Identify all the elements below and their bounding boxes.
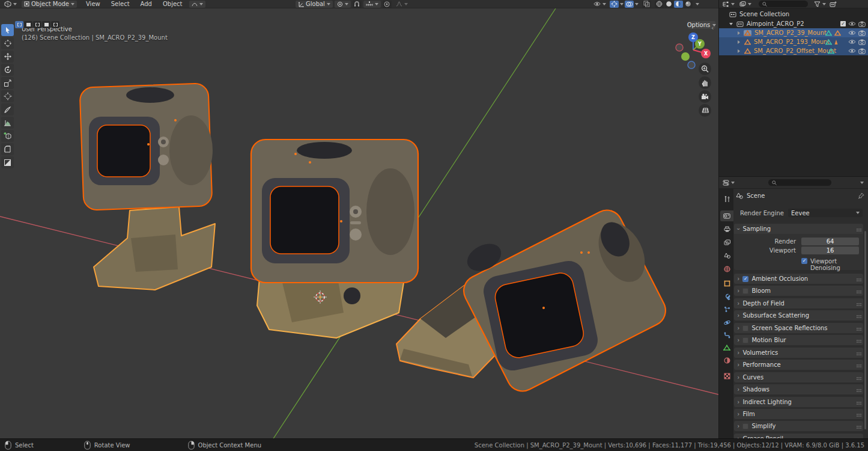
camera-view-button[interactable] [699,90,711,103]
snap-toggle-button[interactable] [353,1,362,8]
menu-add[interactable]: Add [135,1,157,7]
panel-drag-grip[interactable] [857,303,858,304]
select-mode-set-button[interactable] [15,21,23,28]
pan-view-button[interactable] [699,76,711,89]
outliner-row-collection[interactable]: Aimpoint_ACRO_P2 ✓ [719,19,868,28]
tab-material[interactable] [720,355,733,366]
properties-scrollbar[interactable] [864,231,866,429]
disclosure-closed-icon[interactable] [738,40,740,44]
panel-drag-grip[interactable] [857,426,858,427]
move-tool-button[interactable] [1,51,14,63]
properties-editor-type-button[interactable] [720,179,737,186]
bloom-checkbox[interactable] [742,288,748,294]
chevron-down-icon[interactable] [635,3,639,5]
disclosure-closed-icon[interactable] [738,49,740,53]
tab-particles[interactable] [720,304,733,314]
panel-drag-grip[interactable] [857,229,858,230]
outliner-row-object-2[interactable]: SM_ACRO_P2_193_Mount [719,37,868,46]
camera-icon[interactable] [858,39,866,45]
xray-toggle[interactable] [642,1,651,8]
select-box-tool-button[interactable] [1,24,14,36]
simplify-checkbox[interactable] [742,423,748,429]
sampling-render-value-field[interactable]: 64 [801,238,859,245]
sidebar-collapse-arrow[interactable]: ‹ [711,24,714,32]
viewport-denoising-checkbox[interactable]: ✓ [801,258,807,264]
panel-grease-pencil[interactable]: ›Grease Pencil [734,434,863,438]
camera-icon[interactable] [858,48,866,54]
mode-dropdown[interactable]: Object Mode [22,1,77,8]
tab-tool[interactable] [720,194,733,204]
panel-drag-grip[interactable] [857,290,858,292]
show-overlays-toggle[interactable] [625,1,634,8]
eye-icon[interactable] [848,21,856,26]
chevron-down-icon[interactable] [620,3,624,5]
panel-drag-grip[interactable] [857,402,858,403]
panel-drag-grip[interactable] [857,414,858,415]
add-cube-tool-button[interactable] [1,130,14,142]
panel-subsurface-scattering[interactable]: ›Subsurface Scattering [734,310,863,321]
tab-texture[interactable] [720,370,733,381]
eye-icon[interactable] [848,39,856,44]
panel-drag-grip[interactable] [857,340,858,341]
panel-performance[interactable]: ›Performance [734,360,863,370]
panel-curves[interactable]: ›Curves [734,372,863,382]
chevron-down-icon[interactable] [860,182,864,184]
outliner-filter-dropdown[interactable] [812,1,828,8]
tab-constraints[interactable] [720,330,733,340]
axis-neg-z-handle[interactable] [688,61,695,69]
panel-depth-of-field[interactable]: ›Depth of Field [734,298,863,308]
tab-physics[interactable] [720,317,733,328]
panel-drag-grip[interactable] [857,364,858,366]
panel-screen-space-reflections[interactable]: ›Screen Space Reflections [734,323,863,333]
select-mode-subtract-button[interactable] [33,21,41,28]
properties-search-input[interactable] [768,179,831,186]
panel-film[interactable]: ›Film [734,409,863,419]
model-sight-middle[interactable] [251,140,418,338]
panel-drag-grip[interactable] [857,389,858,390]
axis-neg-y-handle[interactable] [681,52,690,61]
measure-tool-button[interactable] [1,117,14,129]
panel-bloom[interactable]: ›Bloom [734,286,863,296]
model-sight-right[interactable] [396,205,671,397]
shading-solid-button[interactable] [664,1,673,8]
pin-icon[interactable] [858,192,864,199]
scale-tool-button[interactable] [1,77,14,89]
panel-drag-grip[interactable] [857,377,858,378]
new-collection-button[interactable] [828,1,837,8]
tab-scene[interactable] [720,250,733,261]
shading-rendered-button[interactable] [684,1,693,8]
axis-neg-x-handle[interactable] [676,44,683,51]
editor-divider-horizontal[interactable] [719,176,868,177]
zoom-view-button[interactable] [699,63,711,75]
panel-volumetrics[interactable]: ›Volumetrics [734,348,863,358]
show-gizmo-toggle[interactable] [610,1,619,8]
panel-drag-grip[interactable] [857,328,858,329]
eye-icon[interactable] [848,48,856,54]
outliner-row-scene-collection[interactable]: Scene Collection [719,10,868,19]
menu-view[interactable]: View [80,1,106,7]
shear-tool-button[interactable] [1,156,14,168]
panel-indirect-lighting[interactable]: ›Indirect Lighting [734,397,863,407]
header-extra-dropdown[interactable] [189,1,205,8]
pivot-point-dropdown[interactable] [335,1,351,8]
sampling-viewport-value-field[interactable]: 16 [801,247,859,254]
tab-view-layer[interactable] [720,237,733,248]
model-sight-left[interactable] [80,83,215,290]
eye-icon[interactable] [848,30,856,35]
toggle-ortho-button[interactable] [699,104,711,117]
ssr-checkbox[interactable] [742,325,748,331]
menu-select[interactable]: Select [106,1,135,7]
outliner-editor-type-button[interactable] [720,1,737,8]
panel-ambient-occlusion[interactable]: ›✓Ambient Occlusion [734,274,863,284]
annotate-tool-button[interactable] [1,103,14,115]
panel-drag-grip[interactable] [857,278,858,280]
tab-output[interactable] [720,224,733,235]
panel-drag-grip[interactable] [857,315,858,316]
disclosure-closed-icon[interactable] [738,31,740,35]
camera-icon[interactable] [858,21,866,27]
tab-render[interactable] [720,210,733,221]
outliner-display-mode-dropdown[interactable] [737,1,754,8]
collection-checkbox[interactable]: ✓ [840,21,846,26]
select-mode-extend-button[interactable] [24,21,32,28]
editor-type-button[interactable] [2,1,19,8]
